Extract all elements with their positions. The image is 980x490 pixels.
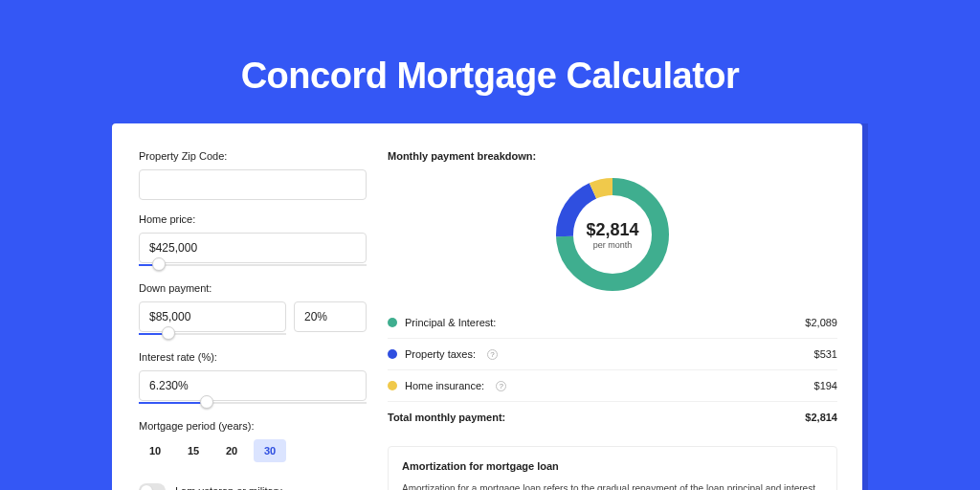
period-option-20[interactable]: 20 — [215, 439, 248, 462]
down-payment-pct-input[interactable] — [294, 301, 367, 332]
interest-slider-fill — [139, 402, 207, 404]
home-price-slider[interactable] — [139, 261, 367, 269]
down-payment-input[interactable] — [139, 301, 286, 332]
period-label: Mortgage period (years): — [139, 420, 367, 432]
breakdown-title: Monthly payment breakdown: — [388, 150, 837, 162]
legend-value-principal: $2,089 — [805, 317, 837, 328]
info-icon[interactable]: ? — [487, 349, 498, 360]
period-options: 10 15 20 30 — [139, 439, 367, 462]
field-home-price: Home price: — [139, 213, 367, 269]
down-payment-slider[interactable] — [139, 330, 286, 338]
home-price-input[interactable] — [139, 233, 367, 263]
veteran-row: I am veteran or military — [139, 483, 367, 490]
form-column: Property Zip Code: Home price: Down paym… — [139, 150, 367, 490]
legend-row-taxes: Property taxes: ? $531 — [388, 339, 837, 370]
swatch-principal — [388, 318, 397, 327]
donut-wrap: $2,814 per month — [388, 171, 837, 307]
legend-label-insurance: Home insurance: — [405, 380, 484, 391]
amortization-box: Amortization for mortgage loan Amortizat… — [388, 446, 837, 490]
field-interest: Interest rate (%): — [139, 351, 367, 407]
period-option-15[interactable]: 15 — [177, 439, 210, 462]
interest-slider[interactable] — [139, 399, 367, 407]
amortization-body: Amortization for a mortgage loan refers … — [402, 481, 823, 490]
calculator-panel: Property Zip Code: Home price: Down paym… — [112, 123, 862, 490]
donut-sub: per month — [593, 240, 633, 250]
interest-input[interactable] — [139, 370, 367, 401]
field-down-payment: Down payment: — [139, 282, 367, 338]
home-price-label: Home price: — [139, 213, 367, 225]
swatch-insurance — [388, 381, 397, 390]
legend-label-principal: Principal & Interest: — [405, 317, 496, 328]
donut-center: $2,814 per month — [555, 177, 670, 292]
amortization-title: Amortization for mortgage loan — [402, 460, 823, 472]
period-option-30[interactable]: 30 — [254, 439, 286, 462]
donut-amount: $2,814 — [586, 220, 638, 240]
field-zip: Property Zip Code: — [139, 150, 367, 200]
down-payment-label: Down payment: — [139, 282, 367, 294]
breakdown-column: Monthly payment breakdown: $2,814 per mo… — [388, 150, 837, 490]
interest-slider-thumb[interactable] — [200, 395, 213, 409]
page-title: Concord Mortgage Calculator — [0, 0, 980, 123]
home-price-slider-thumb[interactable] — [152, 257, 166, 271]
zip-input[interactable] — [139, 169, 367, 200]
legend-value-taxes: $531 — [814, 348, 837, 360]
legend-label-taxes: Property taxes: — [405, 348, 476, 360]
veteran-label: I am veteran or military — [175, 485, 282, 490]
swatch-taxes — [388, 349, 397, 359]
legend-row-principal: Principal & Interest: $2,089 — [388, 307, 837, 339]
payment-donut: $2,814 per month — [555, 177, 670, 292]
legend-value-total: $2,814 — [805, 412, 837, 423]
legend-label-total: Total monthly payment: — [388, 412, 505, 423]
period-option-10[interactable]: 10 — [139, 439, 171, 462]
info-icon[interactable]: ? — [496, 381, 506, 391]
interest-label: Interest rate (%): — [139, 351, 367, 363]
legend-value-insurance: $194 — [814, 380, 837, 391]
field-period: Mortgage period (years): 10 15 20 30 — [139, 420, 367, 462]
zip-label: Property Zip Code: — [139, 150, 367, 162]
panel-shadow: Property Zip Code: Home price: Down paym… — [112, 123, 868, 490]
down-payment-slider-thumb[interactable] — [162, 326, 175, 340]
legend-row-insurance: Home insurance: ? $194 — [388, 370, 837, 402]
legend-row-total: Total monthly payment: $2,814 — [388, 402, 837, 433]
veteran-toggle[interactable] — [139, 483, 166, 490]
